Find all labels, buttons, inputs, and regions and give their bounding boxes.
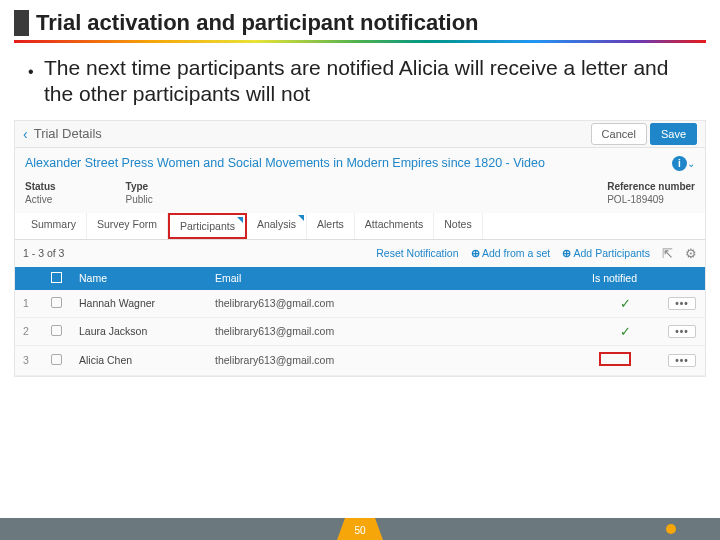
bullet-area: • The next time participants are notifie… xyxy=(0,43,720,118)
result-count: 1 - 3 of 3 xyxy=(23,247,64,259)
info-toggle[interactable]: i⌄ xyxy=(672,156,695,171)
plus-icon: ⊕ xyxy=(471,247,480,259)
row-email: thelibrary613@gmail.com xyxy=(215,325,517,337)
tab-bar: SummarySurvey FormParticipantsAnalysisAl… xyxy=(15,213,705,240)
tab-flag-icon xyxy=(237,217,243,223)
table-row: 3Alicia Chenthelibrary613@gmail.com••• xyxy=(15,346,705,376)
row-actions-button[interactable]: ••• xyxy=(668,354,696,367)
logo-dot xyxy=(666,524,676,534)
metadata-row: Status Active Type Public Reference numb… xyxy=(15,179,705,213)
meta-type-value: Public xyxy=(126,194,153,205)
meta-reference: Reference number POL-189409 xyxy=(607,181,695,205)
row-notified: ✓ xyxy=(517,296,667,311)
tab-participants[interactable]: Participants xyxy=(168,213,247,239)
meta-type: Type Public xyxy=(126,181,153,205)
col-notified[interactable]: Is notified xyxy=(517,272,667,284)
select-all-checkbox[interactable] xyxy=(51,272,62,283)
meta-status-value: Active xyxy=(25,194,52,205)
table-row: 1Hannah Wagnerthelibrary613@gmail.com✓••… xyxy=(15,290,705,318)
row-name[interactable]: Alicia Chen xyxy=(75,354,215,366)
row-actions-button[interactable]: ••• xyxy=(668,297,696,310)
breadcrumb-title: Trial Details xyxy=(34,126,102,141)
col-email[interactable]: Email xyxy=(215,272,517,284)
meta-ref-value: POL-189409 xyxy=(607,194,664,205)
save-button[interactable]: Save xyxy=(650,123,697,145)
row-name[interactable]: Laura Jackson xyxy=(75,325,215,337)
tab-attachments[interactable]: Attachments xyxy=(355,213,434,239)
col-name[interactable]: Name xyxy=(75,272,215,284)
record-title: Alexander Street Press Women and Social … xyxy=(25,156,545,170)
meta-ref-label: Reference number xyxy=(607,181,695,192)
add-from-set-link[interactable]: ⊕ Add from a set xyxy=(471,247,551,259)
row-name[interactable]: Hannah Wagner xyxy=(75,297,215,309)
slide-title: Trial activation and participant notific… xyxy=(36,10,720,36)
row-notified: ✓ xyxy=(517,324,667,339)
meta-status-label: Status xyxy=(25,181,56,192)
row-checkbox[interactable] xyxy=(51,297,62,308)
meta-type-label: Type xyxy=(126,181,153,192)
back-chevron-icon[interactable]: ‹ xyxy=(23,126,28,142)
bullet-marker: • xyxy=(28,63,34,81)
record-title-row: Alexander Street Press Women and Social … xyxy=(15,148,705,179)
tab-survey-form[interactable]: Survey Form xyxy=(87,213,168,239)
add-participants-link[interactable]: ⊕ Add Participants xyxy=(562,247,650,259)
meta-status: Status Active xyxy=(25,181,56,205)
row-index: 2 xyxy=(23,325,51,337)
reset-notification-link[interactable]: Reset Notification xyxy=(376,247,458,259)
export-icon[interactable]: ⇱ xyxy=(662,246,673,261)
row-notified xyxy=(517,352,667,369)
notified-highlight-box xyxy=(599,352,631,366)
row-index: 1 xyxy=(23,297,51,309)
app-screenshot: ‹ Trial Details Cancel Save Alexander St… xyxy=(14,120,706,377)
table-row: 2Laura Jacksonthelibrary613@gmail.com✓••… xyxy=(15,318,705,346)
tab-summary[interactable]: Summary xyxy=(21,213,87,239)
row-checkbox[interactable] xyxy=(51,354,62,365)
breadcrumb-bar: ‹ Trial Details Cancel Save xyxy=(15,121,705,148)
tab-alerts[interactable]: Alerts xyxy=(307,213,355,239)
row-email: thelibrary613@gmail.com xyxy=(215,297,517,309)
tab-notes[interactable]: Notes xyxy=(434,213,482,239)
row-checkbox[interactable] xyxy=(51,325,62,336)
bullet-text: The next time participants are notified … xyxy=(44,55,692,108)
plus-icon: ⊕ xyxy=(562,247,571,259)
gear-icon[interactable]: ⚙ xyxy=(685,246,697,261)
row-actions-button[interactable]: ••• xyxy=(668,325,696,338)
info-icon: i xyxy=(672,156,687,171)
cancel-button[interactable]: Cancel xyxy=(591,123,647,145)
table-body: 1Hannah Wagnerthelibrary613@gmail.com✓••… xyxy=(15,290,705,376)
table-header: Name Email Is notified xyxy=(15,267,705,290)
tab-analysis[interactable]: Analysis xyxy=(247,213,307,239)
slide-header: Trial activation and participant notific… xyxy=(0,0,720,40)
tab-flag-icon xyxy=(298,215,304,221)
list-toolbar: 1 - 3 of 3 Reset Notification ⊕ Add from… xyxy=(15,240,705,267)
header-accent-block xyxy=(14,10,29,36)
row-email: thelibrary613@gmail.com xyxy=(215,354,517,366)
page-number: 50 xyxy=(354,525,365,536)
row-index: 3 xyxy=(23,354,51,366)
